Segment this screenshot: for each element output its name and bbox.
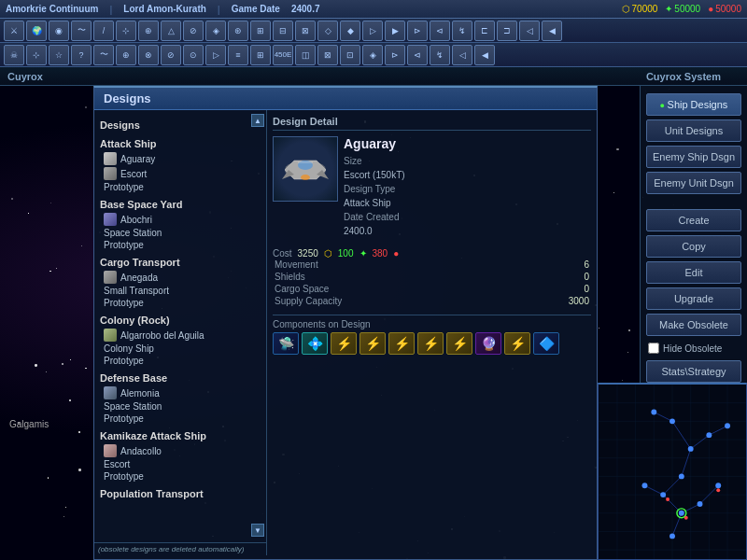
- ship-name: Aguaray: [344, 136, 591, 151]
- tb2-btn-9[interactable]: ⊙: [183, 45, 204, 65]
- svg-point-46: [666, 497, 669, 501]
- edit-button[interactable]: Edit: [646, 261, 741, 284]
- design-item-small-transport[interactable]: Small Transport: [96, 285, 264, 297]
- item-name: Alemonia: [120, 388, 160, 399]
- tb-btn-7[interactable]: ⊕: [138, 21, 159, 41]
- tb2-btn-14[interactable]: ◫: [295, 45, 316, 65]
- item-name: Escort: [104, 459, 130, 469]
- tb-btn-25[interactable]: ◀: [542, 21, 562, 41]
- design-item-aguaray[interactable]: Aguaray: [96, 151, 264, 166]
- tb-btn-20[interactable]: ⊲: [430, 21, 450, 41]
- svg-point-37: [698, 501, 703, 507]
- tb-btn-21[interactable]: ↯: [452, 21, 472, 41]
- design-item-andacollo[interactable]: Andacollo: [96, 443, 264, 458]
- tb-btn-13[interactable]: ⊟: [273, 21, 293, 41]
- tb-btn-5[interactable]: /: [93, 21, 114, 41]
- tb2-btn-8[interactable]: ⊘: [161, 45, 181, 65]
- item-name: Small Transport: [104, 286, 169, 296]
- tb-btn-19[interactable]: ⊳: [407, 21, 428, 41]
- make-obsolete-button[interactable]: Make Obsolete: [646, 314, 741, 336]
- tb-btn-9[interactable]: ⊘: [183, 21, 204, 41]
- tb-btn-18[interactable]: ▶: [385, 21, 405, 41]
- tb-btn-6[interactable]: ⊹: [116, 21, 136, 41]
- design-item-algarrobo[interactable]: Algarrobo del Aguila: [96, 328, 264, 343]
- list-scroll-down[interactable]: ▼: [251, 524, 264, 537]
- tb-btn-22[interactable]: ⊏: [474, 21, 495, 41]
- tb-btn-11[interactable]: ⊛: [228, 21, 248, 41]
- tb2-btn-6[interactable]: ⊕: [116, 45, 136, 65]
- tb-btn-2[interactable]: 🌍: [26, 21, 47, 41]
- tb2-btn-12[interactable]: ⊞: [250, 45, 271, 65]
- enemy-ship-button[interactable]: Enemy Ship Dsgn: [646, 146, 741, 168]
- item-name: Aguaray: [120, 154, 155, 164]
- design-item-space-station[interactable]: Space Station: [96, 227, 264, 239]
- svg-point-39: [715, 483, 721, 488]
- detail-header: Design Detail: [273, 116, 591, 131]
- upgrade-button[interactable]: Upgrade: [646, 287, 741, 310]
- tb2-btn-21[interactable]: ◁: [452, 45, 472, 65]
- design-item-alemonia[interactable]: Alemonia: [96, 385, 264, 400]
- stats-strategy-button[interactable]: Stats\Strategy: [646, 360, 741, 383]
- tb2-btn-15[interactable]: ⊠: [317, 45, 338, 65]
- item-name: Colony Ship: [104, 343, 154, 354]
- tb-btn-3[interactable]: ◉: [49, 21, 69, 41]
- design-item-prototype4[interactable]: Prototype: [96, 355, 264, 367]
- hide-obsolete-label[interactable]: Hide Obsolete: [663, 343, 722, 354]
- tb-btn-8[interactable]: △: [161, 21, 181, 41]
- tb-btn-4[interactable]: 〜: [71, 21, 92, 41]
- tb2-btn-20[interactable]: ↯: [430, 45, 450, 65]
- ship-designs-button[interactable]: Ship Designs: [646, 93, 741, 116]
- tb2-btn-17[interactable]: ◈: [362, 45, 383, 65]
- tb-btn-24[interactable]: ◁: [519, 21, 540, 41]
- item-name: Prototype: [104, 413, 144, 424]
- design-item-prototype6[interactable]: Prototype: [96, 470, 264, 483]
- component-3: ⚡: [331, 332, 357, 355]
- tb2-btn-10[interactable]: ▷: [205, 45, 226, 65]
- resource-green: ✦ 50000: [665, 4, 700, 14]
- design-item-escort[interactable]: Escort: [96, 166, 264, 181]
- design-item-prototype1[interactable]: Prototype: [96, 181, 264, 193]
- tb2-btn-18[interactable]: ⊳: [385, 45, 405, 65]
- tb2-btn-7[interactable]: ⊗: [138, 45, 159, 65]
- designs-list-footer: (obsolete designs are deleted automatica…: [94, 542, 266, 555]
- tb-btn-23[interactable]: ⊐: [497, 21, 517, 41]
- tb2-btn-13[interactable]: 450E: [273, 45, 293, 65]
- tb2-btn-22[interactable]: ◀: [474, 45, 495, 65]
- shields-row: Shields 0: [273, 271, 591, 283]
- design-item-escort2[interactable]: Escort: [96, 458, 264, 470]
- tb-btn-16[interactable]: ◆: [340, 21, 360, 41]
- svg-point-2: [301, 175, 310, 180]
- hide-obsolete-checkbox[interactable]: [648, 343, 659, 354]
- tb2-btn-5[interactable]: 〜: [93, 45, 114, 65]
- design-item-prototype2[interactable]: Prototype: [96, 239, 264, 251]
- tb2-btn-2[interactable]: ⊹: [26, 45, 47, 65]
- tb2-btn-16[interactable]: ⊡: [340, 45, 360, 65]
- tb-btn-10[interactable]: ◈: [205, 21, 226, 41]
- enemy-unit-button[interactable]: Enemy Unit Dsgn: [646, 172, 741, 194]
- size-val: Escort (150kT): [344, 170, 405, 180]
- tb-btn-17[interactable]: ▷: [362, 21, 383, 41]
- tb-btn-14[interactable]: ⊠: [295, 21, 316, 41]
- svg-point-35: [660, 492, 666, 497]
- design-item-abochri[interactable]: Abochri: [96, 212, 264, 227]
- create-button[interactable]: Create: [646, 209, 741, 231]
- unit-designs-button[interactable]: Unit Designs: [646, 119, 741, 142]
- copy-button[interactable]: Copy: [646, 235, 741, 258]
- tb2-btn-1[interactable]: ☠: [4, 45, 24, 65]
- date-label: Date Created: [344, 212, 399, 222]
- tb-btn-1[interactable]: ⚔: [4, 21, 24, 41]
- svg-point-44: [684, 516, 688, 520]
- design-item-colony-ship[interactable]: Colony Ship: [96, 343, 264, 355]
- tb2-btn-19[interactable]: ⊲: [407, 45, 428, 65]
- list-scroll-up[interactable]: ▲: [251, 114, 264, 127]
- tb2-btn-11[interactable]: ≡: [228, 45, 248, 65]
- tb-btn-12[interactable]: ⊞: [250, 21, 271, 41]
- design-item-prototype5[interactable]: Prototype: [96, 413, 264, 425]
- tb-btn-15[interactable]: ◇: [317, 21, 338, 41]
- design-item-space-station2[interactable]: Space Station: [96, 400, 264, 413]
- tb2-btn-3[interactable]: ☆: [49, 45, 69, 65]
- type-val: Attack Ship: [344, 198, 391, 208]
- tb2-btn-4[interactable]: ?: [71, 45, 92, 65]
- design-item-prototype3[interactable]: Prototype: [96, 297, 264, 309]
- design-item-anegada[interactable]: Anegada: [96, 270, 264, 285]
